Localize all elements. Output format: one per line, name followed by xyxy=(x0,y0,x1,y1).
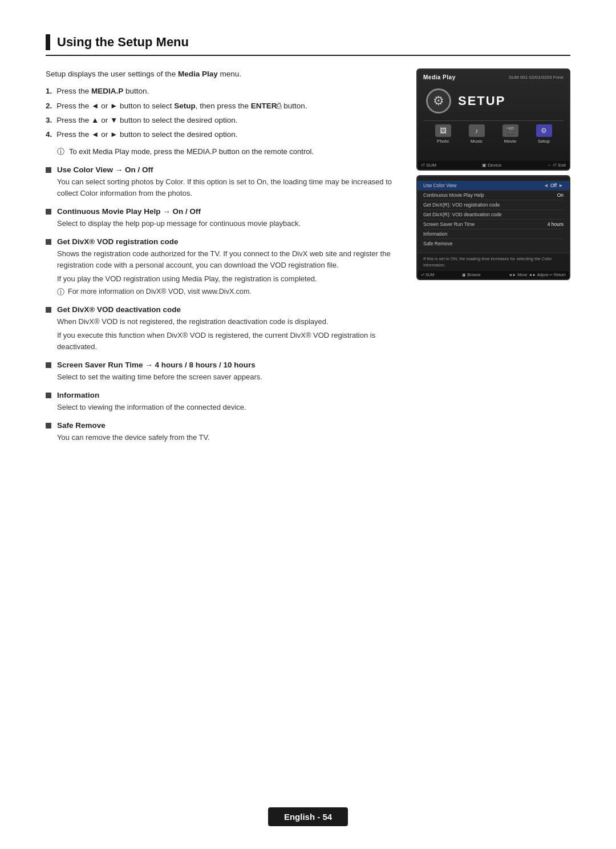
bullet-icon xyxy=(46,393,51,398)
bullet-icon xyxy=(46,239,51,245)
section-safe-remove: Safe Remove You can remove the device sa… xyxy=(46,421,399,443)
section-information: Information Select to viewing the inform… xyxy=(46,391,399,413)
divx-registration-note: ⓘ For more information on DivX® VOD, vis… xyxy=(46,288,399,297)
screen-header: Media Play SUM 001 02/01/0203 Fone xyxy=(423,74,564,80)
screen-bottom-icons: 🖼 Photo ♪ Music 🎬 Movie ⚙ xyxy=(423,120,564,147)
page-footer: English - 54 xyxy=(0,807,616,826)
setup-gear-icon xyxy=(426,88,451,114)
page-title: Using the Setup Menu xyxy=(57,35,189,50)
bullet-icon xyxy=(46,362,51,368)
settings-panel: Use Color View ◄ Off ► Continuous Movie … xyxy=(418,176,569,253)
bullet-icon xyxy=(46,209,51,215)
intro-paragraph: Setup displays the user settings of the … xyxy=(46,68,399,80)
settings-row-vod-reg: Get DivX(R): VOD registration code xyxy=(423,200,564,210)
footer-badge: English - 54 xyxy=(268,807,348,826)
step-1: 1. Press the MEDIA.P button. xyxy=(46,86,399,97)
settings-row-movie-help: Continuous Movie Play Help On xyxy=(423,191,564,200)
section-use-color-view: Use Color View → On / Off You can select… xyxy=(46,165,399,199)
exit-note: ⓘ To exit Media Play mode, press the MED… xyxy=(46,146,399,157)
main-layout: Setup displays the user settings of the … xyxy=(46,68,570,451)
step-3: 3. Press the ▲ or ▼ button to select the… xyxy=(46,115,399,126)
media-play-screenshot: Media Play SUM 001 02/01/0203 Fone SETUP… xyxy=(416,68,570,171)
section-divx-deactivation: Get DivX® VOD deactivation code When Div… xyxy=(46,305,399,353)
left-content: Setup displays the user settings of the … xyxy=(46,68,399,451)
section-divx-registration: Get DivX® VOD registration code Shows th… xyxy=(46,237,399,297)
settings-row-vod-deact: Get DivX(R): VOD deactivation code xyxy=(423,210,564,220)
movie-icon: 🎬 xyxy=(502,124,518,137)
title-accent xyxy=(46,34,50,50)
settings-row-info: Information xyxy=(423,229,564,239)
bullet-icon xyxy=(46,423,51,428)
page-container: Using the Setup Menu Setup displays the … xyxy=(0,0,616,849)
setup-icon: ⚙ xyxy=(536,124,552,137)
right-screenshots: Media Play SUM 001 02/01/0203 Fone SETUP… xyxy=(416,68,570,280)
section-continuous-movie: Continuous Movie Play Help → On / Off Se… xyxy=(46,207,399,229)
setup-icon-area: SETUP xyxy=(423,84,564,118)
step-2: 2. Press the ◄ or ► button to select Set… xyxy=(46,100,399,112)
photo-icon: 🖼 xyxy=(435,124,451,137)
settings-note: If this is set to ON, the loading time i… xyxy=(418,253,569,271)
step-4: 4. Press the ◄ or ► button to select the… xyxy=(46,129,399,140)
photo-icon-item: 🖼 Photo xyxy=(435,124,451,144)
settings-screenshot: Use Color View ◄ Off ► Continuous Movie … xyxy=(416,175,570,280)
settings-row-safe-remove: Safe Remove xyxy=(423,239,564,248)
section-screen-saver: Screen Saver Run Time → 4 hours / 8 hour… xyxy=(46,361,399,383)
setup-icon-item: ⚙ Setup xyxy=(536,124,552,144)
section-title-bar: Using the Setup Menu xyxy=(46,34,570,56)
screen-nav-bar: ⏎ SUM ▣ Device ← ⏎ Exit xyxy=(418,161,569,169)
settings-row-color-view: Use Color View ◄ Off ► xyxy=(418,181,569,191)
movie-icon-item: 🎬 Movie xyxy=(502,124,518,144)
music-icon-item: ♪ Music xyxy=(469,124,485,144)
bullet-icon xyxy=(46,307,51,313)
settings-bottom-nav: ⏎ SUM ▣ Browse ◄► Move ◄► Adjust ↩ Retur… xyxy=(418,271,569,279)
bullet-icon xyxy=(46,167,51,173)
music-icon: ♪ xyxy=(469,124,485,137)
settings-row-screen-saver: Screen Saver Run Time 4 hours xyxy=(423,220,564,229)
numbered-steps: 1. Press the MEDIA.P button. 2. Press th… xyxy=(46,86,399,140)
